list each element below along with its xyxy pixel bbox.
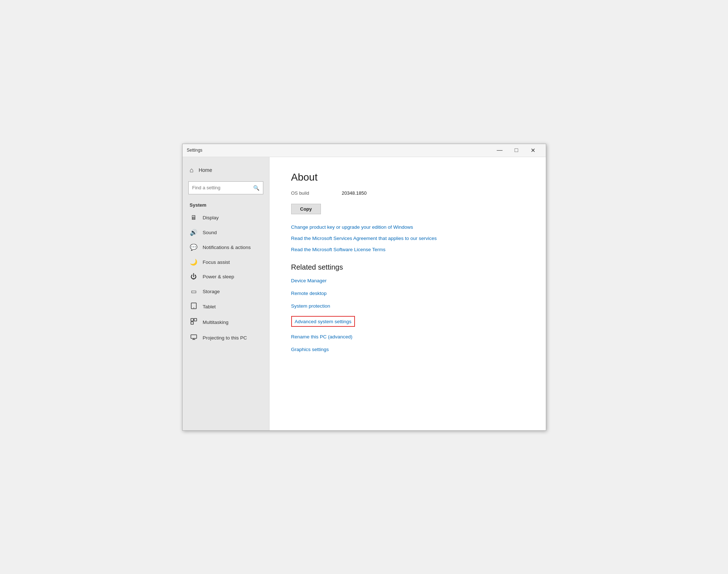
settings-window: Settings — □ ✕ ⌂ Home 🔍 System 🖥 Display [182, 144, 546, 431]
device-manager-link[interactable]: Device Manager [291, 278, 528, 283]
sidebar-item-label: Tablet [203, 304, 216, 309]
sidebar-item-label: Sound [203, 230, 217, 235]
sidebar-item-multitasking[interactable]: Multitasking [183, 315, 269, 330]
multitasking-icon [190, 318, 198, 326]
system-protection-link[interactable]: System protection [291, 303, 528, 309]
display-icon: 🖥 [190, 214, 198, 221]
sidebar-item-label: Multitasking [203, 320, 229, 325]
sidebar-item-projecting[interactable]: Projecting to this PC [183, 330, 269, 346]
home-icon: ⌂ [190, 166, 194, 174]
title-bar: Settings — □ ✕ [183, 144, 546, 157]
sidebar-item-tablet[interactable]: Tablet [183, 299, 269, 315]
sidebar-item-label: Storage [203, 289, 220, 294]
sidebar-section-label: System [183, 200, 269, 211]
sidebar-item-storage[interactable]: ▭ Storage [183, 284, 269, 299]
svg-rect-3 [194, 318, 197, 321]
os-build-value: 20348.1850 [342, 190, 367, 196]
search-icon: 🔍 [253, 185, 259, 191]
sidebar-item-label: Display [203, 215, 219, 220]
software-license-link[interactable]: Read the Microsoft Software License Term… [291, 247, 528, 252]
related-settings-title: Related settings [291, 263, 528, 271]
sidebar: ⌂ Home 🔍 System 🖥 Display 🔊 Sound 💬 Noti… [183, 157, 269, 430]
sidebar-item-home[interactable]: ⌂ Home [183, 163, 269, 178]
sidebar-item-label: Focus assist [203, 259, 230, 265]
sidebar-item-display[interactable]: 🖥 Display [183, 211, 269, 225]
os-build-row: OS build 20348.1850 [291, 190, 528, 196]
sidebar-item-power[interactable]: ⏻ Power & sleep [183, 270, 269, 284]
sound-icon: 🔊 [190, 229, 198, 236]
storage-icon: ▭ [190, 288, 198, 295]
graphics-settings-link[interactable]: Graphics settings [291, 347, 528, 352]
sidebar-item-notifications[interactable]: 💬 Notifications & actions [183, 240, 269, 255]
page-title: About [291, 172, 528, 183]
sidebar-item-label: Power & sleep [203, 274, 234, 279]
sidebar-item-focus[interactable]: 🌙 Focus assist [183, 255, 269, 270]
svg-rect-4 [191, 322, 193, 324]
microsoft-services-link[interactable]: Read the Microsoft Services Agreement th… [291, 236, 528, 241]
rename-pc-link[interactable]: Rename this PC (advanced) [291, 334, 528, 339]
window-controls: — □ ✕ [491, 144, 541, 157]
window-title: Settings [187, 148, 491, 153]
remote-desktop-link[interactable]: Remote desktop [291, 291, 528, 296]
advanced-system-settings-wrapper: Advanced system settings [291, 316, 355, 327]
power-icon: ⏻ [190, 273, 198, 280]
maximize-button[interactable]: □ [508, 144, 525, 157]
focus-icon: 🌙 [190, 258, 198, 266]
advanced-system-settings-link[interactable]: Advanced system settings [295, 319, 352, 324]
notifications-icon: 💬 [190, 244, 198, 251]
minimize-button[interactable]: — [491, 144, 508, 157]
copy-button[interactable]: Copy [291, 204, 321, 214]
projecting-icon [190, 334, 198, 342]
os-build-label: OS build [291, 190, 320, 196]
svg-rect-5 [191, 335, 197, 338]
sidebar-item-sound[interactable]: 🔊 Sound [183, 225, 269, 240]
svg-rect-2 [191, 318, 193, 321]
close-button[interactable]: ✕ [525, 144, 541, 157]
content-area: About OS build 20348.1850 Copy Change pr… [269, 157, 546, 430]
tablet-icon [190, 303, 198, 311]
sidebar-item-label: Notifications & actions [203, 245, 251, 250]
search-input[interactable] [192, 185, 253, 190]
sidebar-home-label: Home [198, 167, 212, 173]
sidebar-item-label: Projecting to this PC [203, 335, 247, 341]
search-box[interactable]: 🔍 [188, 181, 263, 194]
main-layout: ⌂ Home 🔍 System 🖥 Display 🔊 Sound 💬 Noti… [183, 157, 546, 430]
change-product-key-link[interactable]: Change product key or upgrade your editi… [291, 224, 528, 230]
